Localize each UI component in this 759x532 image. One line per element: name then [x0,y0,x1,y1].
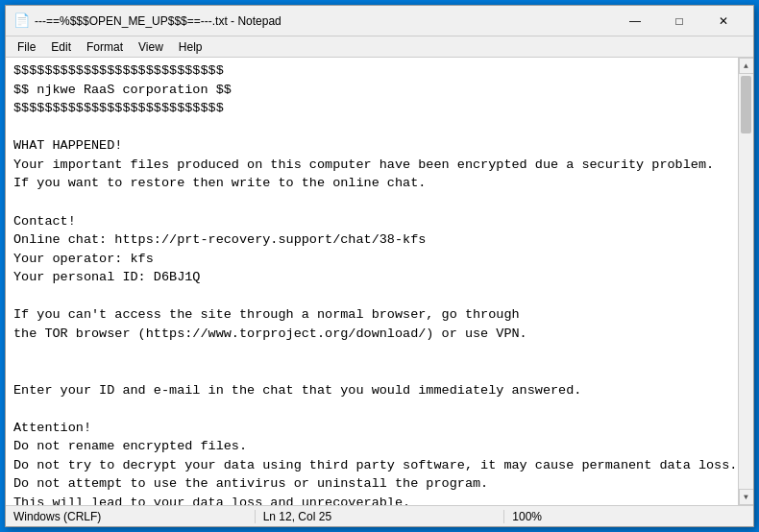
status-encoding: Windows (CRLF) [13,510,247,523]
menu-help[interactable]: Help [171,38,210,56]
app-icon: 📄 [13,13,29,29]
scroll-up-arrow[interactable]: ▲ [739,58,754,74]
scroll-down-arrow[interactable]: ▼ [739,489,754,505]
content-wrapper: ▲ ▼ [6,58,753,505]
title-bar: 📄 ---==%$$$OPEN_ME_UP$$$==---.txt - Note… [6,6,753,36]
status-zoom: 100% [512,510,746,523]
menu-view[interactable]: View [131,38,171,56]
menu-format[interactable]: Format [79,38,131,56]
notepad-window: 📄 ---==%$$$OPEN_ME_UP$$$==---.txt - Note… [5,5,754,527]
minimize-button[interactable]: — [613,6,657,36]
text-editor[interactable] [6,58,738,505]
status-bar: Windows (CRLF) Ln 12, Col 25 100% [6,505,753,526]
menu-file[interactable]: File [10,38,43,56]
scroll-track[interactable] [739,74,753,489]
scroll-thumb[interactable] [741,76,751,133]
maximize-button[interactable]: □ [657,6,701,36]
window-title: ---==%$$$OPEN_ME_UP$$$==---.txt - Notepa… [35,14,613,28]
window-controls: — □ ✕ [613,6,746,36]
encoding-label: Windows (CRLF) [13,510,101,523]
vertical-scrollbar[interactable]: ▲ ▼ [738,58,753,505]
close-button[interactable]: ✕ [701,6,746,36]
status-divider-1 [255,510,256,523]
menu-bar: File Edit Format View Help [6,36,753,58]
position-label: Ln 12, Col 25 [263,510,331,523]
zoom-label: 100% [512,510,542,523]
status-position: Ln 12, Col 25 [263,510,497,523]
status-divider-2 [503,510,504,523]
menu-edit[interactable]: Edit [43,38,79,56]
